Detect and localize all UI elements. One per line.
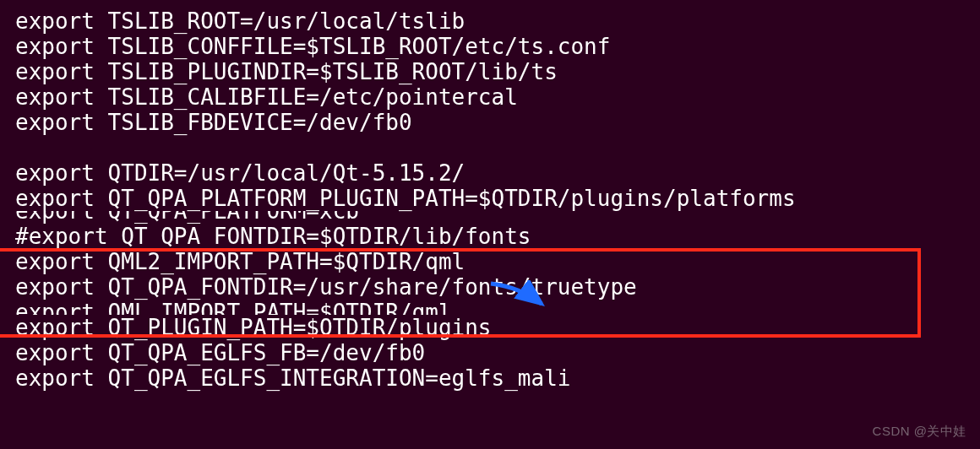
env-line: export TSLIB_PLUGINDIR=$TSLIB_ROOT/lib/t… xyxy=(15,59,965,84)
env-line: export TSLIB_ROOT=/usr/local/tslib xyxy=(15,8,965,34)
env-line: export QT_QPA_EGLFS_FB=/dev/fb0 xyxy=(15,340,965,365)
blank-line xyxy=(15,135,965,160)
env-line: #export QT_QPA_FONTDIR=$QTDIR/lib/fonts xyxy=(15,224,965,249)
env-line: export QT_QPA_PLATFORM=xcb xyxy=(15,211,965,224)
env-line: export QML2_IMPORT_PATH=$QTDIR/qml xyxy=(15,249,965,274)
env-line: export QTDIR=/usr/local/Qt-5.15.2/ xyxy=(15,160,965,186)
env-line: export QT_QPA_EGLFS_INTEGRATION=eglfs_ma… xyxy=(15,365,965,391)
terminal-output: export TSLIB_ROOT=/usr/local/tslib expor… xyxy=(0,0,980,399)
env-line: export QT_QPA_FONTDIR=/usr/share/fonts/t… xyxy=(15,274,965,300)
watermark-text: CSDN @关中娃 xyxy=(873,419,966,444)
env-line: export QT_PLUGIN_PATH=$QTDIR/plugins xyxy=(15,315,965,340)
env-line: export TSLIB_FBDEVICE=/dev/fb0 xyxy=(15,110,965,135)
env-line: export TSLIB_CONFFILE=$TSLIB_ROOT/etc/ts… xyxy=(15,34,965,59)
env-line: export QML_IMPORT_PATH=$QTDIR/qml xyxy=(15,300,965,315)
env-line: export TSLIB_CALIBFILE=/etc/pointercal xyxy=(15,84,965,110)
env-line: export QT_QPA_PLATFORM_PLUGIN_PATH=$QTDI… xyxy=(15,186,965,211)
